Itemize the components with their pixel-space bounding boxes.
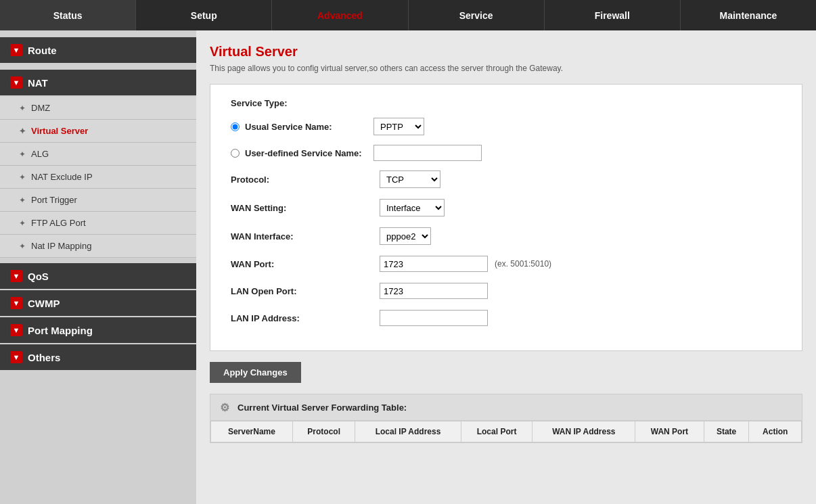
col-state: State [704, 421, 749, 442]
usual-service-row: Usual Service Name: PPTP FTP HTTP HTTPS … [231, 118, 781, 135]
nav-maintenance[interactable]: Maintenance [681, 0, 816, 30]
sidebar-group-nat[interactable]: ▼ NAT [0, 70, 196, 95]
lan-open-port-label: LAN Open Port: [231, 286, 380, 296]
sidebar-group-qos-label: QoS [28, 271, 49, 282]
page-description: This page allows you to config virtual s… [210, 64, 802, 73]
port-mapping-arrow-icon: ▼ [10, 324, 22, 336]
user-defined-service-label[interactable]: User-defined Service Name: [245, 148, 373, 158]
service-type-label: Service Type: [231, 98, 781, 108]
ftp-alg-port-dot-icon: ✦ [19, 219, 26, 228]
wan-setting-row: WAN Setting: Interface IP Address [231, 199, 781, 216]
wan-setting-label: WAN Setting: [231, 203, 380, 213]
nav-setup[interactable]: Setup [136, 0, 272, 30]
sidebar-group-cwmp[interactable]: ▼ CWMP [0, 290, 196, 316]
gear-icon: ⚙ [220, 401, 232, 413]
protocol-label: Protocol: [231, 175, 380, 185]
table-title: Current Virtual Server Forwarding Table: [237, 403, 407, 413]
sidebar-group-qos[interactable]: ▼ QoS [0, 263, 196, 289]
virtual-server-form: Service Type: Usual Service Name: PPTP F… [210, 84, 802, 351]
wan-port-label: WAN Port: [231, 259, 380, 269]
usual-service-select[interactable]: PPTP FTP HTTP HTTPS DNS SMTP POP3 [373, 118, 424, 135]
nav-status[interactable]: Status [0, 0, 136, 30]
top-navigation: Status Setup Advanced Service Firewall M… [0, 0, 816, 30]
table-section-header: ⚙ Current Virtual Server Forwarding Tabl… [210, 394, 802, 421]
lan-ip-row: LAN IP Address: [231, 310, 781, 326]
table-header-row: ServerName Protocol Local IP Address Loc… [211, 421, 802, 442]
sidebar-item-dmz[interactable]: ✦ DMZ [0, 97, 196, 120]
sidebar-group-route-label: Route [28, 45, 57, 56]
wan-interface-row: WAN Interface: pppoe2 pppoe1 wan [231, 227, 781, 245]
sidebar-item-virtual-server[interactable]: ✦ Virtual Server [0, 120, 196, 143]
wan-interface-label: WAN Interface: [231, 231, 380, 242]
col-wan-port: WAN Port [635, 421, 704, 442]
user-defined-row: User-defined Service Name: [231, 145, 781, 161]
port-trigger-dot-icon: ✦ [19, 196, 26, 205]
nat-arrow-icon: ▼ [10, 76, 22, 89]
nat-ip-mapping-dot-icon: ✦ [19, 242, 26, 251]
dmz-dot-icon: ✦ [19, 104, 26, 113]
nav-service[interactable]: Service [409, 0, 545, 30]
lan-open-port-input[interactable] [380, 283, 488, 299]
sidebar-group-others-label: Others [28, 352, 60, 363]
wan-port-hint: (ex. 5001:5010) [495, 259, 551, 269]
usual-service-name-label[interactable]: Usual Service Name: [245, 122, 373, 132]
col-local-ip: Local IP Address [355, 421, 461, 442]
lan-ip-input[interactable] [380, 310, 488, 326]
forwarding-table-section: ⚙ Current Virtual Server Forwarding Tabl… [210, 394, 802, 443]
sidebar-group-port-mapping[interactable]: ▼ Port Mapping [0, 317, 196, 343]
wan-port-input[interactable] [380, 256, 488, 272]
sidebar-item-nat-ip-mapping[interactable]: ✦ Nat IP Mapping [0, 235, 196, 258]
col-protocol: Protocol [292, 421, 355, 442]
wan-port-row: WAN Port: (ex. 5001:5010) [231, 256, 781, 272]
sidebar: ▼ Route ▼ NAT ✦ DMZ ✦ Virtual Server ✦ A… [0, 30, 196, 504]
col-servername: ServerName [211, 421, 293, 442]
sidebar-item-ftp-alg-port[interactable]: ✦ FTP ALG Port [0, 212, 196, 235]
cwmp-arrow-icon: ▼ [10, 297, 22, 309]
wan-setting-select[interactable]: Interface IP Address [380, 199, 445, 216]
sidebar-group-others[interactable]: ▼ Others [0, 344, 196, 370]
lan-open-port-row: LAN Open Port: [231, 283, 781, 299]
protocol-row: Protocol: TCP UDP TCP/UDP [231, 170, 781, 188]
protocol-select[interactable]: TCP UDP TCP/UDP [380, 170, 440, 188]
user-defined-radio[interactable] [231, 149, 240, 158]
nav-advanced[interactable]: Advanced [272, 0, 408, 30]
qos-arrow-icon: ▼ [10, 270, 22, 282]
others-arrow-icon: ▼ [10, 351, 22, 363]
col-local-port: Local Port [461, 421, 532, 442]
virtual-server-dot-icon: ✦ [19, 127, 26, 136]
sidebar-group-port-mapping-label: Port Mapping [28, 325, 93, 336]
main-content: Virtual Server This page allows you to c… [196, 30, 816, 504]
sidebar-group-nat-label: NAT [28, 77, 48, 89]
sidebar-group-cwmp-label: CWMP [28, 298, 60, 309]
sidebar-item-alg[interactable]: ✦ ALG [0, 143, 196, 166]
nat-exclude-ip-dot-icon: ✦ [19, 173, 26, 182]
nav-firewall[interactable]: Firewall [545, 0, 681, 30]
wan-interface-select[interactable]: pppoe2 pppoe1 wan [380, 227, 431, 245]
alg-dot-icon: ✦ [19, 150, 26, 159]
lan-ip-label: LAN IP Address: [231, 313, 380, 323]
usual-service-radio[interactable] [231, 122, 240, 131]
sidebar-group-route[interactable]: ▼ Route [0, 37, 196, 63]
col-action: Action [749, 421, 802, 442]
user-defined-service-input[interactable] [373, 145, 482, 161]
col-wan-ip: WAN IP Address [532, 421, 635, 442]
forwarding-table: ServerName Protocol Local IP Address Loc… [210, 421, 802, 442]
sidebar-item-nat-exclude-ip[interactable]: ✦ NAT Exclude IP [0, 166, 196, 189]
page-title: Virtual Server [210, 44, 802, 60]
sidebar-item-port-trigger[interactable]: ✦ Port Trigger [0, 189, 196, 212]
route-arrow-icon: ▼ [10, 44, 22, 56]
apply-changes-button[interactable]: Apply Changes [210, 362, 301, 383]
